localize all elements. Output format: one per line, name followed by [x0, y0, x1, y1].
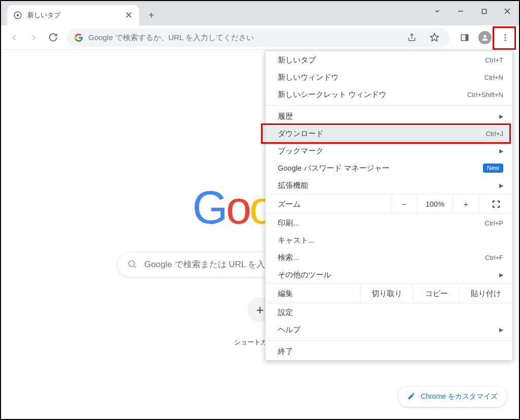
profile-button[interactable]: [476, 29, 494, 46]
menu-password-manager[interactable]: Google パスワード マネージャー New: [266, 159, 512, 177]
menu-bookmarks[interactable]: ブックマーク ▶: [266, 142, 512, 159]
menu-edit: 編集 切り取り コピー 貼り付け: [266, 283, 512, 304]
tab-favicon-icon: [13, 11, 22, 20]
edit-paste-button[interactable]: 貼り付け: [459, 284, 512, 303]
menu-zoom: ズーム − 100% +: [266, 194, 512, 214]
chrome-menu: 新しいタブ Ctrl+T 新しいウィンドウ Ctrl+N 新しいシークレット ウ…: [265, 51, 513, 361]
menu-help[interactable]: ヘルプ ▶: [266, 321, 512, 338]
customize-label: Chrome をカスタマイズ: [420, 392, 498, 401]
menu-print[interactable]: 印刷... Ctrl+P: [266, 214, 512, 232]
menu-new-tab[interactable]: 新しいタブ Ctrl+T: [266, 51, 512, 69]
menu-cast[interactable]: キャスト...: [266, 232, 512, 249]
svg-rect-9: [466, 35, 468, 41]
menu-settings[interactable]: 設定: [266, 304, 512, 321]
google-icon: [74, 33, 83, 42]
reload-button[interactable]: [45, 29, 61, 46]
menu-history[interactable]: 履歴 ▶: [266, 108, 512, 125]
window-controls: [426, 1, 519, 21]
chevron-right-icon: ▶: [499, 182, 503, 189]
toolbar: [1, 25, 519, 50]
back-button[interactable]: [6, 29, 22, 46]
chevron-right-icon: ▶: [499, 327, 503, 333]
close-window-button[interactable]: [496, 1, 519, 21]
minimize-button[interactable]: [449, 1, 472, 21]
tab-title: 新しいタブ: [27, 11, 119, 20]
customize-chrome-button[interactable]: Chrome をカスタマイズ: [398, 386, 507, 407]
svg-marker-7: [430, 34, 438, 41]
bookmark-star-icon[interactable]: [426, 29, 443, 46]
maximize-button[interactable]: [472, 1, 496, 21]
chevron-right-icon: ▶: [499, 148, 503, 154]
zoom-in-button[interactable]: +: [452, 195, 479, 214]
share-icon[interactable]: [403, 29, 420, 46]
new-badge: New: [483, 164, 503, 173]
forward-button[interactable]: [25, 29, 42, 46]
titlebar: 新しいタブ ✕ +: [1, 1, 519, 25]
svg-point-11: [505, 34, 506, 36]
svg-point-1: [17, 14, 19, 17]
zoom-value: 100%: [417, 195, 452, 214]
fullscreen-button[interactable]: [479, 195, 512, 214]
menu-new-window[interactable]: 新しいウィンドウ Ctrl+N: [266, 69, 512, 86]
profile-avatar-icon: [478, 31, 492, 44]
menu-incognito[interactable]: 新しいシークレット ウィンドウ Ctrl+Shift+N: [266, 86, 512, 103]
edit-copy-button[interactable]: コピー: [413, 284, 459, 303]
tab-search-icon[interactable]: [426, 1, 449, 21]
svg-line-15: [134, 266, 136, 268]
chevron-right-icon: ▶: [499, 272, 503, 278]
menu-more-tools[interactable]: その他のツール ▶: [266, 266, 512, 283]
zoom-out-button[interactable]: −: [391, 195, 417, 214]
svg-rect-3: [482, 9, 486, 13]
new-tab-button[interactable]: +: [143, 7, 159, 23]
pencil-icon: [407, 392, 415, 402]
browser-tab[interactable]: 新しいタブ ✕: [7, 5, 139, 25]
menu-exit[interactable]: 終了: [266, 343, 512, 360]
more-menu-button[interactable]: [497, 29, 514, 46]
edit-cut-button[interactable]: 切り取り: [360, 284, 413, 303]
svg-point-13: [505, 39, 506, 41]
svg-point-10: [483, 35, 486, 37]
chevron-right-icon: ▶: [499, 113, 503, 120]
close-tab-icon[interactable]: ✕: [124, 11, 133, 20]
omnibox-input[interactable]: [88, 33, 398, 42]
menu-find[interactable]: 検索... Ctrl+F: [266, 249, 512, 266]
svg-point-14: [128, 261, 135, 267]
menu-downloads[interactable]: ダウンロード Ctrl+J: [266, 125, 512, 142]
menu-extensions[interactable]: 拡張機能 ▶: [266, 177, 512, 194]
address-bar[interactable]: [67, 28, 450, 47]
side-panel-icon[interactable]: [456, 29, 473, 46]
svg-point-12: [505, 37, 506, 38]
search-icon: [127, 259, 137, 271]
